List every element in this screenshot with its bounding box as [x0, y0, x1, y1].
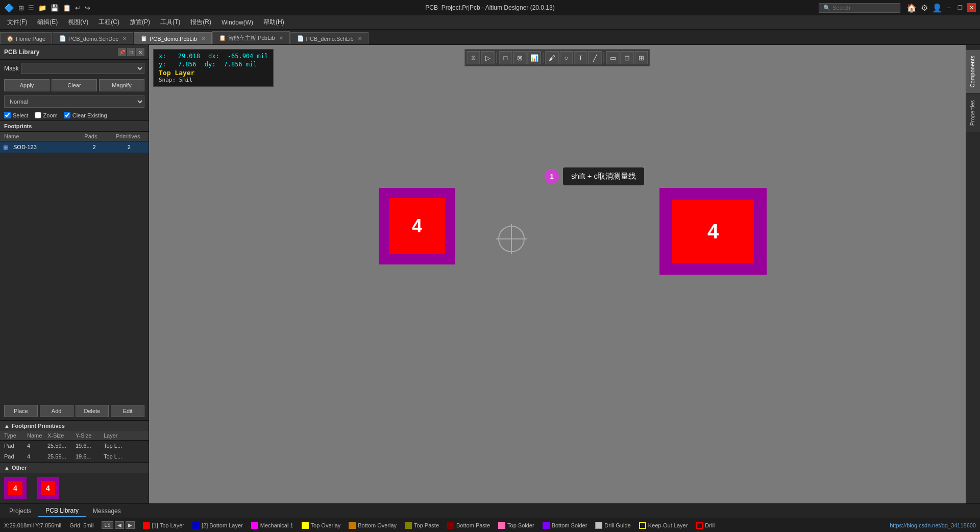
title-icon-redo[interactable]: ↪: [85, 4, 90, 12]
search-box[interactable]: 🔍: [819, 3, 900, 13]
layer-top-paste[interactable]: Top Paste: [405, 522, 439, 529]
menu-help[interactable]: 帮助(H): [258, 16, 289, 29]
user-icon[interactable]: 👤: [932, 3, 942, 13]
coord-xy: x: 29.018 dx: -65.904 mil: [159, 53, 268, 60]
menu-reports[interactable]: 报告(R): [185, 16, 216, 29]
tool-bar-chart[interactable]: 📊: [528, 51, 541, 64]
clear-existing-checkbox[interactable]: [64, 112, 70, 118]
canvas-area[interactable]: x: 29.018 dx: -65.904 mil y: 7.856 dy: 7…: [149, 45, 966, 503]
pcb-pad-left-outer[interactable]: 4: [379, 188, 455, 264]
layer-bottom[interactable]: [2] Bottom Layer: [192, 522, 243, 529]
home-icon[interactable]: 🏠: [906, 3, 917, 13]
minimize-button[interactable]: ─: [944, 3, 953, 12]
add-button[interactable]: Add: [40, 405, 74, 417]
tab-close-schdoc[interactable]: ✕: [122, 36, 127, 41]
layer-drill-guide[interactable]: Drill Guide: [595, 522, 630, 529]
layer-top-solder[interactable]: Top Solder: [498, 522, 534, 529]
tool-rect[interactable]: ▭: [606, 51, 620, 64]
tab-pcblib[interactable]: 📋 PCB_demo.PcbLib ✕: [134, 32, 212, 44]
footprints-section: Footprints Name Pads Primitives ▦ SOD-12…: [0, 120, 149, 402]
tab-schlib[interactable]: 📄 PCB_demo.SchLib ✕: [290, 32, 369, 44]
delete-button[interactable]: Delete: [76, 405, 109, 417]
search-input[interactable]: [832, 5, 894, 11]
prim-name-1: 4: [25, 443, 45, 449]
menu-place[interactable]: 放置(P): [125, 16, 155, 29]
tool-select[interactable]: □: [499, 51, 512, 64]
main-content: PCB Library 📌 □ ✕ Mask Apply Clear Magni…: [0, 45, 980, 503]
restore-button[interactable]: ❐: [955, 3, 965, 12]
tool-expand[interactable]: ⊞: [635, 51, 648, 64]
mode-select[interactable]: Normal Explore List: [4, 95, 144, 108]
layer-bottom-paste[interactable]: Bottom Paste: [447, 522, 490, 529]
primitive-row-1[interactable]: Pad 4 25.59... 19.6... Top L...: [0, 441, 149, 451]
tool-separator-2: [543, 52, 544, 63]
other-header[interactable]: ▲ Other: [0, 463, 149, 473]
edit-button[interactable]: Edit: [111, 405, 144, 417]
select-checkbox-label[interactable]: Select: [4, 112, 29, 118]
menu-edit[interactable]: 编辑(E): [32, 16, 63, 29]
status-url[interactable]: https://blog.csdn.net/qq_34118600: [890, 522, 976, 528]
panel-float-button[interactable]: □: [127, 48, 135, 56]
menu-project[interactable]: 工程(C): [93, 16, 125, 29]
prim-xsize-2: 25.59...: [45, 453, 74, 460]
tab-close-zhicheng[interactable]: ✕: [279, 35, 283, 41]
clear-button[interactable]: Clear: [52, 79, 97, 91]
primitives-header[interactable]: ▲ Footprint Primitives: [0, 421, 149, 431]
clear-existing-checkbox-label[interactable]: Clear Existing: [64, 112, 107, 118]
menu-file[interactable]: 文件(F): [2, 16, 32, 29]
bottom-tab-projects[interactable]: Projects: [2, 505, 38, 517]
layer-mechanical[interactable]: Mechanical 1: [251, 522, 293, 529]
menu-window[interactable]: Window(W): [216, 17, 258, 28]
tool-arrow-right[interactable]: ▷: [481, 51, 495, 64]
tab-close-schlib[interactable]: ✕: [358, 36, 362, 41]
layer-nav-right[interactable]: ▶: [126, 521, 135, 529]
select-checkbox[interactable]: [4, 112, 11, 118]
layer-keepout[interactable]: Keep-Out Layer: [639, 522, 688, 529]
bottom-tab-messages[interactable]: Messages: [86, 505, 128, 517]
title-icon-undo[interactable]: ↩: [75, 4, 81, 12]
tool-zoom-area[interactable]: ⊡: [621, 51, 634, 64]
tool-text[interactable]: T: [574, 51, 587, 64]
settings-icon[interactable]: ⚙: [921, 3, 928, 13]
title-icon-folder: 📁: [38, 4, 46, 12]
place-button[interactable]: Place: [4, 405, 38, 417]
menu-tools[interactable]: 工具(T): [155, 16, 185, 29]
close-button[interactable]: ✕: [967, 3, 976, 12]
layer-top-overlay[interactable]: Top Overlay: [302, 522, 341, 529]
panel-close-button[interactable]: ✕: [136, 48, 144, 56]
primitive-row-2[interactable]: Pad 4 25.59... 19.6... Top L...: [0, 451, 149, 462]
mask-select[interactable]: [21, 63, 144, 74]
layer-bottom-overlay[interactable]: Bottom Overlay: [349, 522, 397, 529]
zoom-checkbox[interactable]: [35, 112, 41, 118]
layer-label-drill: Drill: [705, 522, 715, 528]
layer-nav-prev[interactable]: LS: [102, 521, 113, 529]
mini-pad-1[interactable]: 4: [4, 477, 27, 499]
tool-area[interactable]: ⊠: [513, 51, 527, 64]
tab-pcb-schdoc[interactable]: 📄 PCB_demo.SchDoc ✕: [53, 32, 133, 44]
layer-top[interactable]: [1] Top Layer: [143, 522, 184, 529]
layer-drill[interactable]: Drill: [696, 522, 715, 529]
apply-button[interactable]: Apply: [4, 79, 50, 91]
pcb-pad-right-outer[interactable]: 4: [659, 188, 767, 275]
panel-pin-button[interactable]: 📌: [118, 48, 126, 56]
mini-pad-2[interactable]: 4: [37, 477, 59, 499]
right-tab-properties[interactable]: Properties: [966, 93, 981, 132]
tool-filter[interactable]: ⧖: [467, 51, 480, 64]
menu-view[interactable]: 视图(V): [63, 16, 93, 29]
right-tab-components[interactable]: Components: [966, 49, 981, 93]
tool-separator-3: [604, 52, 604, 63]
magnify-button[interactable]: Magnify: [99, 79, 144, 91]
tool-circle[interactable]: ○: [560, 51, 573, 64]
tool-paint[interactable]: 🖌: [546, 51, 559, 64]
bottom-tab-pcb-library[interactable]: PCB Library: [38, 505, 86, 517]
zoom-checkbox-label[interactable]: Zoom: [35, 112, 58, 118]
tab-zhicheng[interactable]: 📋 智能车主板.PcbLib ✕: [212, 31, 290, 44]
table-row[interactable]: ▦ SOD-123 2 2: [0, 141, 149, 153]
tab-home-page[interactable]: 🏠 Home Page: [0, 32, 52, 44]
layer-nav-left[interactable]: ◀: [115, 521, 124, 529]
tool-line[interactable]: ╱: [589, 51, 602, 64]
tab-close-pcblib[interactable]: ✕: [201, 36, 205, 41]
right-panel-tabs: Components Properties: [966, 45, 980, 503]
layer-bottom-solder[interactable]: Bottom Solder: [543, 522, 587, 529]
layer-nav: LS ◀ ▶: [102, 521, 134, 529]
